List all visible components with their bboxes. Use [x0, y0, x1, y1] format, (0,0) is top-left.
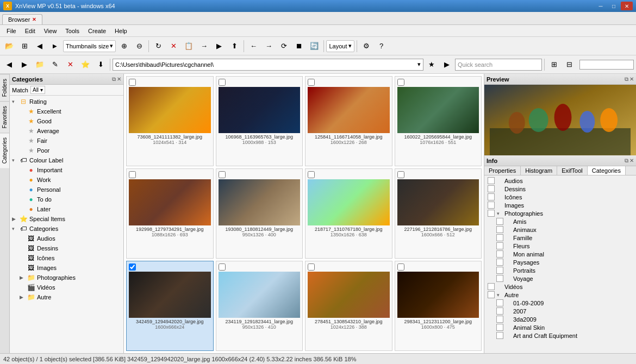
thumb-checkbox[interactable]	[219, 171, 226, 178]
delete-button[interactable]: ✕	[166, 39, 180, 53]
info-tab-properties[interactable]: Properties	[484, 166, 521, 175]
thumbnails-size-dropdown[interactable]: Thumbnails size ▾	[63, 40, 116, 52]
thumb-checkbox[interactable]	[308, 263, 315, 271]
view-list-button[interactable]: ⊞	[17, 39, 32, 53]
thumb-checkbox[interactable]	[129, 263, 136, 271]
tree-item-special[interactable]: ▶ ⭐ Special Items	[11, 214, 122, 224]
back-nav-button[interactable]: ◀	[2, 58, 16, 72]
info-tree-item[interactable]: 2007	[485, 307, 635, 315]
thumbnail-item[interactable]: 218717_1310767180_large.jpg 1350x1626 · …	[305, 168, 392, 259]
info-checkbox[interactable]	[496, 259, 503, 266]
edit-path-button[interactable]: ✎	[48, 58, 62, 72]
info-tree-item[interactable]: Art and Craft Equipment	[485, 331, 635, 340]
tree-item-important[interactable]: ● Important	[11, 165, 122, 175]
info-checkbox[interactable]	[488, 185, 495, 192]
close-button[interactable]: ✕	[621, 2, 633, 10]
tree-item-videos[interactable]: 🎬 Vidéos	[11, 283, 122, 292]
zoom-out-button[interactable]: ⊖	[132, 39, 146, 53]
tree-item-average[interactable]: ★ Average	[11, 126, 122, 136]
info-checkbox[interactable]	[488, 291, 495, 298]
addr-dropdown-arrow[interactable]: ▾	[417, 61, 421, 68]
info-tree-item[interactable]: Dessins	[485, 185, 635, 193]
tree-item-autre[interactable]: ▶ 📁 Autre	[11, 292, 122, 302]
search-box[interactable]: Quick search	[455, 59, 542, 71]
info-checkbox[interactable]	[496, 316, 503, 323]
thumb-checkbox[interactable]	[219, 263, 226, 271]
thumbnail-item[interactable]: 298341_1212311200_large.jpg 1600x800 · 4…	[395, 261, 482, 351]
thumbnail-item[interactable]: 342459_1294942020_large.jpg 1600x666x24	[126, 261, 214, 351]
info-tree-item[interactable]: ▾ Photographies	[485, 209, 635, 217]
info-tree-item[interactable]: Animal Skin	[485, 323, 635, 331]
menu-create[interactable]: Create	[84, 27, 110, 35]
menu-file[interactable]: File	[2, 27, 21, 35]
thumbnail-item[interactable]: 125841_1166714058_large.jpg 1600x1226 · …	[305, 76, 392, 166]
sidebar-tab-favorites[interactable]: Favorites	[0, 101, 9, 133]
stop-button[interactable]: ⏹	[292, 39, 306, 53]
refresh-button[interactable]: ⟳	[277, 39, 291, 53]
move-button[interactable]: →	[197, 39, 211, 53]
thumbnail-item[interactable]: 160022_1205695844_large.jpg 1076x1626 · …	[395, 76, 482, 166]
info-checkbox[interactable]	[488, 283, 495, 290]
export-button[interactable]: ⬆	[227, 39, 241, 53]
thumbnail-item[interactable]: 227196_1212816786_large.jpg 1600x666 · 5…	[395, 168, 482, 259]
info-tab-exiftool[interactable]: ExifTool	[557, 166, 588, 175]
forward-nav-button[interactable]: ▶	[17, 58, 32, 72]
info-checkbox[interactable]	[488, 202, 495, 209]
thumb-checkbox[interactable]	[308, 171, 315, 178]
copy-button[interactable]: 📋	[182, 39, 196, 53]
nav-forward-button[interactable]: ▶	[48, 39, 62, 53]
layout-dropdown[interactable]: Layout ▾	[326, 40, 354, 52]
info-tree-item[interactable]: Vidéos	[485, 283, 635, 291]
info-tree-item[interactable]: Animaux	[485, 225, 635, 234]
menu-help[interactable]: Help	[110, 27, 132, 35]
info-checkbox[interactable]	[496, 218, 503, 225]
thumbnail-item[interactable]: 193080_1180812449_large.jpg 950x1326 · 4…	[216, 168, 303, 259]
info-tab-categories[interactable]: Categories	[588, 166, 626, 175]
info-close-icon[interactable]: ✕	[629, 158, 634, 164]
info-tree-item[interactable]: Voyage	[485, 274, 635, 283]
info-detach-icon[interactable]: ⧉	[625, 158, 628, 164]
thumbnail-item[interactable]: 73608_1241111382_large.jpg 1024x541 · 31…	[126, 76, 214, 166]
thumbnail-item[interactable]: 278451_1308543210_large.jpg 1024x1226 · …	[305, 261, 392, 351]
info-checkbox[interactable]	[496, 250, 503, 258]
info-checkbox[interactable]	[488, 193, 495, 200]
tree-item-categories[interactable]: ▾ 🏷 Categories	[11, 224, 122, 234]
info-checkbox[interactable]	[496, 226, 503, 233]
info-checkbox[interactable]	[488, 210, 495, 217]
nav-arrow-left[interactable]: ←	[246, 39, 260, 53]
open-button[interactable]: 📂	[2, 39, 16, 53]
thumb-checkbox[interactable]	[397, 171, 404, 178]
info-tree-item[interactable]: Fleurs	[485, 242, 635, 250]
slideshow-button[interactable]: ▶	[212, 39, 226, 53]
info-tree-item[interactable]: Icônes	[485, 193, 635, 201]
tree-item-dessins[interactable]: 🖼 Dessins	[11, 243, 122, 253]
menu-edit[interactable]: Edit	[21, 27, 40, 35]
zoom-in-button[interactable]: ⊕	[117, 39, 131, 53]
thumb-checkbox[interactable]	[129, 79, 136, 86]
refresh2-button[interactable]: 🔄	[307, 39, 321, 53]
maximize-button[interactable]: □	[608, 2, 620, 10]
address-bar[interactable]: C:\Users\thibaud\Pictures\cgchannel\ ▾	[113, 59, 423, 71]
info-checkbox[interactable]	[496, 324, 503, 331]
thumb-checkbox[interactable]	[219, 79, 226, 86]
info-checkbox[interactable]	[496, 275, 503, 282]
nav-arrow-right[interactable]: →	[261, 39, 276, 53]
tree-item-images[interactable]: 🖼 Images	[11, 263, 122, 273]
tree-item-audios[interactable]: 🖼 Audios	[11, 234, 122, 243]
thumbnail-item[interactable]: 106968_1163965763_large.jpg 1000x988 · 1…	[216, 76, 303, 166]
info-tree-item[interactable]: Portraits	[485, 266, 635, 274]
thumb-checkbox[interactable]	[397, 263, 404, 271]
tree-item-poor[interactable]: ★ Poor	[11, 146, 122, 155]
minimize-button[interactable]: ─	[595, 2, 607, 10]
tab-close-icon[interactable]: ✕	[32, 17, 36, 22]
tree-item-todo[interactable]: ● To do	[11, 194, 122, 204]
panel-close-icon[interactable]: ✕	[117, 76, 121, 83]
addr-right-button[interactable]: ▶	[440, 58, 454, 72]
thumbnail-item[interactable]: 192998_1279734291_large.jpg 1088x1626 · …	[126, 168, 214, 259]
match-dropdown[interactable]: All ▾	[30, 86, 45, 94]
thumb-checkbox[interactable]	[397, 79, 404, 86]
rotate-button[interactable]: ↻	[151, 39, 165, 53]
thumb-checkbox[interactable]	[129, 171, 136, 178]
info-tab-histogram[interactable]: Histogram	[521, 166, 557, 175]
zoom-slider[interactable]	[579, 60, 634, 70]
